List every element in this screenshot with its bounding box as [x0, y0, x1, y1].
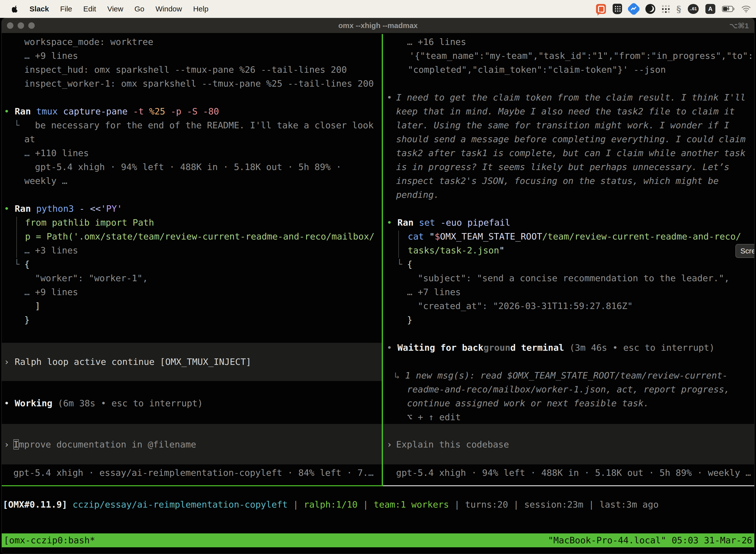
text-segment: <<: [90, 204, 101, 214]
menu-go[interactable]: Go: [134, 5, 144, 13]
menu-items: FileEditViewGoWindowHelp: [60, 5, 208, 13]
terminal-line: should send a message before completing …: [383, 132, 755, 146]
text-segment: set: [419, 217, 441, 228]
terminal-line: inspect task2's JSON, focusing on the st…: [383, 174, 755, 188]
terminal-line: task2 after task1 is complete, but can I…: [383, 146, 755, 160]
terminal-cell: gpt-5.4 xhigh · 94% left · 488K in · 5.1…: [35, 160, 341, 174]
text-segment: … +7 lines: [407, 287, 461, 297]
terminal-line: gpt-5.4 xhigh · 94% left · 488K in · 5.1…: [2, 160, 382, 174]
text-segment: be necessary for the end of the README. …: [35, 120, 374, 130]
text-segment: ›: [4, 439, 15, 449]
terminal-line: at: [2, 132, 382, 146]
text-segment: /team/review-current-readme-and-reco/: [542, 231, 741, 241]
terminal-cell: ›: [4, 438, 15, 451]
terminal-line: tasks/task-2.json": [383, 243, 755, 258]
right-pane[interactable]: … +16 lines'{"team_name":"my-team","task…: [383, 33, 755, 486]
terminal-cell: continue assigned work or next feasible …: [407, 396, 649, 410]
apple-menu-icon[interactable]: [12, 5, 18, 13]
text-segment: groun: [484, 342, 510, 353]
text-segment: gpt-5.4 xhigh · 94% left · 488K in · 5.1…: [396, 467, 751, 478]
terminal-line: › Improve documentation in @filename: [2, 438, 382, 451]
text-segment: •: [387, 217, 397, 228]
terminal-cell: }: [407, 313, 413, 327]
text-segment: "subject": "send a concise recommendatio…: [418, 273, 730, 283]
menu-help[interactable]: Help: [193, 5, 208, 13]
terminal-line: "completed","claim_token":"claim-token"}…: [383, 63, 755, 77]
terminal-line: ↳ 1 new msg(s): read $OMX_TEAM_STATE_ROO…: [383, 369, 755, 383]
text-segment: python3: [36, 204, 79, 214]
terminal-content[interactable]: workspace_mode: worktree… +9 linesinspec…: [2, 33, 755, 554]
terminal-cell: at: [24, 132, 35, 146]
dots-grid-shape: [662, 5, 664, 7]
squiggle-icon[interactable]: §: [676, 4, 681, 14]
terminal-cell: from pathlib import Path: [25, 216, 154, 230]
keypad-shield-icon[interactable]: [613, 4, 622, 14]
terminal-cell: … +9 lines: [24, 49, 78, 63]
text-segment: tmux: [36, 106, 63, 116]
badge-61-icon[interactable]: ..61: [688, 4, 699, 14]
crescent-browser-icon[interactable]: [645, 4, 655, 14]
active-app-name[interactable]: Slack: [29, 5, 49, 13]
terminal-line: • Waiting for background terminal (3m 46…: [383, 341, 755, 355]
text-segment: ↳: [394, 370, 405, 381]
terminal-cell: should send a message before completing …: [396, 132, 746, 146]
terminal-cell: '{"team_name":"my-team","task_id":"1","f…: [409, 49, 753, 63]
input-source-icon[interactable]: A: [705, 4, 715, 14]
terminal-line: gpt-5.4 xhigh · 94% left · 488K in · 5.1…: [383, 466, 755, 480]
terminal-line: └be necessary for the end of the README.…: [2, 118, 382, 132]
terminal-line: workspace_mode: worktree: [2, 35, 382, 49]
terminal-cell: └: [14, 258, 19, 271]
terminal-cell: •: [387, 91, 397, 105]
text-segment: is in progress? It seems likely but perh…: [396, 162, 730, 172]
left-pane[interactable]: workspace_mode: worktree… +9 linesinspec…: [2, 33, 382, 486]
text-segment: ": [499, 245, 504, 256]
terminal-cell: › Ralph loop active continue [OMX_TMUX_I…: [4, 355, 251, 369]
text-cursor: I: [13, 439, 19, 449]
left-pane-bottom-border: [2, 485, 382, 486]
text-segment: cczip/essay/ai-reimplementation-copyleft: [73, 499, 288, 510]
text-segment: •: [387, 342, 397, 353]
terminal-line: ⌥ + ↑ edit: [383, 410, 755, 424]
text-segment: ralph:1/10: [304, 499, 358, 510]
terminal-cell: "created_at": "2026-03-31T11:59:27.816Z": [418, 299, 633, 313]
terminal-cell: Improve documentation in @filename: [13, 438, 196, 451]
terminal-cell: "completed","claim_token":"claim-token"}…: [408, 63, 666, 77]
terminal-cell: workspace_mode: worktree: [24, 35, 153, 49]
text-segment: |: [288, 499, 304, 510]
messenger-icon[interactable]: [627, 2, 641, 16]
terminal-cell: be necessary for the end of the README. …: [35, 118, 374, 132]
menu-edit[interactable]: Edit: [83, 5, 96, 13]
text-segment: … +16 lines: [407, 37, 466, 47]
terminal-cell: tasks/task-2.json": [408, 243, 504, 258]
wifi-icon[interactable]: [742, 5, 751, 12]
terminal-cell: {: [24, 258, 30, 271]
terminal-line: └{: [383, 258, 755, 271]
title-bar[interactable]: omx --xhigh --madmax ⌥⌘1: [2, 18, 754, 33]
text-segment: {: [24, 259, 30, 269]
terminal-line: › Ralph loop active continue [OMX_TMUX_I…: [2, 355, 382, 369]
battery-icon[interactable]: [722, 6, 735, 12]
dots-grid-icon[interactable]: [662, 5, 670, 13]
terminal-cell: ⌥ + ↑ edit: [407, 410, 461, 424]
chat-app-icon[interactable]: [596, 4, 606, 14]
terminal-cell: • Ran python3 - <<'PY': [4, 202, 122, 216]
terminal-line: pending.: [383, 188, 755, 202]
text-segment: 'PY': [101, 204, 122, 214]
text-segment: }: [407, 315, 413, 325]
menu-window[interactable]: Window: [155, 5, 182, 13]
text-segment: ›: [387, 439, 397, 449]
terminal-line: keep that in mind. Maybe I also need the…: [383, 105, 755, 118]
terminal-line: • Ran python3 - <<'PY': [2, 202, 382, 216]
text-segment: •: [387, 92, 397, 103]
text-segment: readme-and-reco/mailbox/worker-1.json, a…: [407, 384, 730, 394]
text-segment: Ralph loop active continue [OMX_TMUX_INJ…: [15, 357, 251, 367]
text-segment: -: [79, 204, 90, 214]
menu-file[interactable]: File: [60, 5, 72, 13]
menu-view[interactable]: View: [107, 5, 123, 13]
text-segment: -p -S -80: [171, 106, 219, 116]
terminal-cell: • Waiting for background terminal (3m 46…: [387, 341, 714, 355]
terminal-line: … +9 lines: [2, 49, 382, 63]
text-segment: Ran: [15, 106, 36, 116]
terminal-cell: {: [407, 258, 413, 271]
terminal-window: omx --xhigh --madmax ⌥⌘1 workspace_mode:…: [1, 18, 755, 554]
